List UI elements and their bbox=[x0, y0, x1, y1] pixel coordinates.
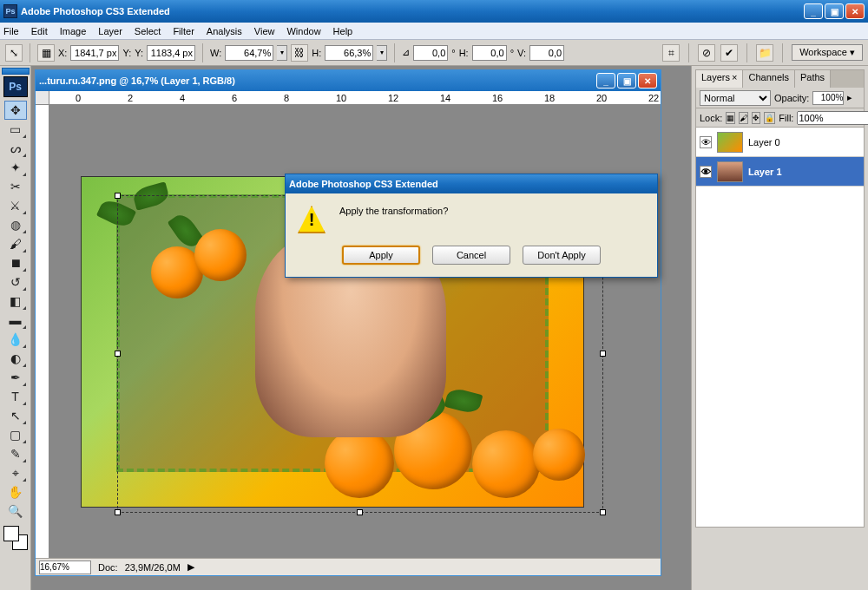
dodge-tool[interactable]: ◐ bbox=[4, 349, 27, 368]
h-dropdown[interactable]: ▾ bbox=[377, 45, 387, 61]
fill-input[interactable] bbox=[797, 111, 868, 125]
warning-icon: ! bbox=[298, 206, 326, 233]
lock-label: Lock: bbox=[700, 113, 722, 123]
visibility-toggle-icon[interactable]: 👁 bbox=[700, 136, 712, 148]
zoom-input[interactable] bbox=[39, 560, 91, 574]
opacity-input[interactable] bbox=[812, 91, 844, 105]
color-swatches[interactable] bbox=[3, 526, 28, 550]
gradient-tool[interactable]: ▬ bbox=[4, 311, 27, 330]
apply-button[interactable]: Apply bbox=[342, 246, 420, 265]
cancel-button[interactable]: Cancel bbox=[432, 246, 510, 265]
dont-apply-button[interactable]: Don't Apply bbox=[523, 246, 601, 265]
opacity-label: Opacity: bbox=[774, 93, 809, 103]
dialog-message: Apply the transformation? bbox=[339, 206, 448, 233]
shape-tool[interactable]: ▢ bbox=[4, 425, 27, 444]
lasso-tool[interactable]: ᔕ bbox=[4, 139, 27, 158]
slice-tool[interactable]: ⚔ bbox=[4, 196, 27, 215]
warp-icon[interactable]: ⌗ bbox=[662, 44, 680, 62]
ruler-vertical[interactable] bbox=[36, 105, 49, 558]
menu-filter[interactable]: Filter bbox=[173, 26, 194, 36]
x-input[interactable] bbox=[70, 45, 119, 61]
marquee-tool[interactable]: ▭ bbox=[4, 120, 27, 139]
transform-tool-icon[interactable]: ⤡ bbox=[5, 44, 23, 62]
y-label: Y: bbox=[122, 48, 131, 58]
layer-row[interactable]: 👁 Layer 0 bbox=[696, 128, 864, 157]
tab-paths[interactable]: Paths bbox=[795, 70, 831, 88]
angle-input[interactable] bbox=[413, 45, 448, 61]
close-tab-icon[interactable]: × bbox=[732, 72, 737, 82]
eraser-tool[interactable]: ◧ bbox=[4, 292, 27, 311]
commit-transform-icon[interactable]: ✔ bbox=[720, 44, 738, 62]
doc-close-button[interactable]: ✕ bbox=[638, 73, 657, 88]
heal-tool[interactable]: ◍ bbox=[4, 215, 27, 234]
lock-transparency-icon[interactable]: ▦ bbox=[726, 112, 735, 124]
doc-maximize-button[interactable]: ▣ bbox=[617, 73, 636, 88]
layer-list: 👁 Layer 0 👁 Layer 1 bbox=[696, 128, 864, 527]
brush-tool[interactable]: 🖌 bbox=[4, 234, 27, 253]
type-tool[interactable]: T bbox=[4, 387, 27, 406]
pen-tool[interactable]: ✒ bbox=[4, 368, 27, 387]
y-input[interactable] bbox=[147, 45, 195, 61]
path-select-tool[interactable]: ↖ bbox=[4, 406, 27, 425]
doc-info-arrow-icon[interactable]: ▶ bbox=[187, 561, 194, 573]
h-input[interactable] bbox=[325, 45, 373, 61]
lock-position-icon[interactable]: ✥ bbox=[752, 112, 760, 124]
ps-badge-icon: Ps bbox=[3, 76, 28, 97]
layer-name[interactable]: Layer 0 bbox=[748, 137, 780, 148]
blend-mode-select[interactable]: Normal bbox=[700, 90, 771, 106]
toolbox-grip[interactable] bbox=[2, 68, 30, 75]
workspace-button[interactable]: Workspace ▾ bbox=[792, 44, 863, 61]
dialog-titlebar[interactable]: Adobe Photoshop CS3 Extended bbox=[286, 174, 657, 193]
opacity-arrow-icon[interactable]: ▸ bbox=[847, 92, 852, 103]
link-wh-icon[interactable]: ⛓ bbox=[291, 44, 308, 62]
tab-channels[interactable]: Channels bbox=[743, 70, 794, 88]
stamp-tool[interactable]: ⏹ bbox=[4, 253, 27, 272]
notes-tool[interactable]: ✎ bbox=[4, 444, 27, 463]
crop-tool[interactable]: ✂ bbox=[4, 177, 27, 196]
hand-tool[interactable]: ✋ bbox=[4, 482, 27, 502]
menu-analysis[interactable]: Analysis bbox=[207, 26, 242, 36]
move-tool[interactable]: ✥ bbox=[4, 101, 27, 120]
tab-layers[interactable]: Layers× bbox=[696, 70, 743, 88]
layers-panel: Layers× Channels Paths Normal Opacity: ▸… bbox=[695, 69, 865, 528]
close-button[interactable]: ✕ bbox=[845, 3, 865, 19]
menu-image[interactable]: Image bbox=[60, 26, 87, 36]
w-dropdown[interactable]: ▾ bbox=[277, 45, 287, 61]
lock-all-icon[interactable]: 🔒 bbox=[764, 112, 775, 124]
ruler-horizontal[interactable]: 0 2 4 6 8 10 12 14 16 18 20 22 bbox=[49, 91, 661, 105]
doc-size: 23,9M/26,0M bbox=[125, 562, 181, 573]
menu-help[interactable]: Help bbox=[333, 26, 353, 36]
menu-file[interactable]: File bbox=[3, 26, 19, 36]
zoom-tool[interactable]: 🔍 bbox=[4, 502, 27, 521]
visibility-toggle-icon[interactable]: 👁 bbox=[700, 166, 712, 178]
document-titlebar[interactable]: ...turu.ru.347.png @ 16,7% (Layer 1, RGB… bbox=[36, 70, 661, 91]
reference-point-icon[interactable]: ▦ bbox=[37, 44, 55, 62]
app-icon: Ps bbox=[3, 4, 17, 18]
hskew-input[interactable] bbox=[472, 45, 507, 61]
lock-pixels-icon[interactable]: 🖌 bbox=[739, 112, 748, 124]
blur-tool[interactable]: 💧 bbox=[4, 330, 27, 349]
cancel-transform-icon[interactable]: ⊘ bbox=[698, 44, 715, 62]
menu-layer[interactable]: Layer bbox=[98, 26, 122, 36]
doc-minimize-button[interactable]: _ bbox=[596, 73, 615, 88]
minimize-button[interactable]: _ bbox=[804, 3, 823, 19]
layer-name[interactable]: Layer 1 bbox=[748, 167, 782, 177]
go-bridge-icon[interactable]: 📁 bbox=[756, 44, 773, 62]
menu-select[interactable]: Select bbox=[135, 26, 161, 36]
dialog-title: Adobe Photoshop CS3 Extended bbox=[289, 179, 438, 189]
wand-tool[interactable]: ✦ bbox=[4, 158, 27, 177]
eyedrop-tool[interactable]: ⌖ bbox=[4, 463, 27, 482]
menu-view[interactable]: View bbox=[254, 26, 275, 36]
vskew-input[interactable] bbox=[529, 45, 564, 61]
menu-edit[interactable]: Edit bbox=[31, 26, 48, 36]
maximize-button[interactable]: ▣ bbox=[825, 3, 844, 19]
layer-row[interactable]: 👁 Layer 1 bbox=[696, 157, 864, 187]
history-brush-tool[interactable]: ↺ bbox=[4, 272, 27, 292]
menu-window[interactable]: Window bbox=[286, 26, 320, 36]
fg-color-swatch[interactable] bbox=[3, 526, 19, 541]
ruler-origin[interactable] bbox=[36, 91, 49, 105]
w-input[interactable] bbox=[225, 45, 273, 61]
layer-thumbnail[interactable] bbox=[717, 132, 743, 153]
layer-thumbnail[interactable] bbox=[717, 161, 743, 182]
angle-label: ⊿ bbox=[402, 47, 410, 58]
